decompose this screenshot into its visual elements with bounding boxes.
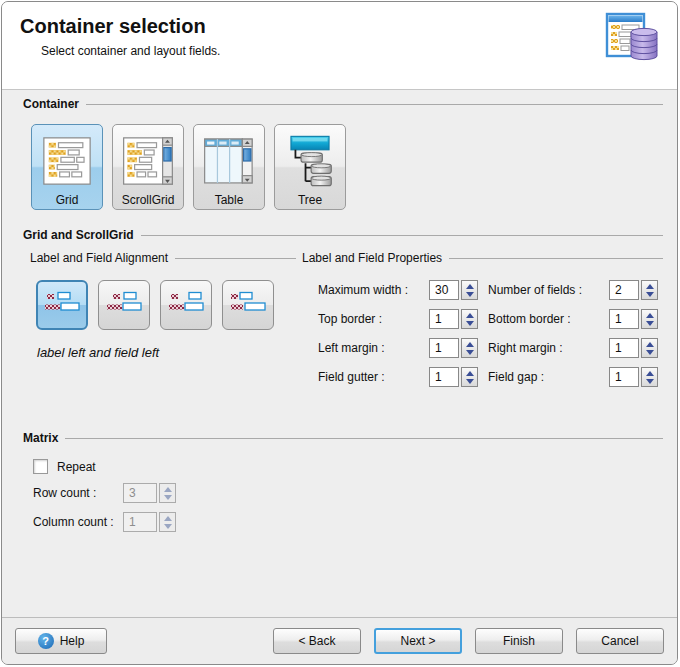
container-option-tree[interactable]: Tree <box>274 124 346 210</box>
alignment-option-2[interactable] <box>98 280 150 330</box>
back-button-label: < Back <box>298 634 335 648</box>
container-option-label: Tree <box>298 193 322 207</box>
spin-up-icon[interactable] <box>466 371 474 376</box>
alignment-section: Label and Field Alignment <box>16 251 296 387</box>
field-gutter-spinner: 1 <box>429 367 481 387</box>
spin-down-icon[interactable] <box>646 292 654 297</box>
container-option-table[interactable]: Table <box>193 124 265 210</box>
properties-grid: Maximum width : 30 Number of fields : 2 … <box>318 280 663 387</box>
properties-section-label: Label and Field Properties <box>302 251 442 265</box>
field-label: Field gap : <box>488 370 602 384</box>
spinner-value[interactable]: 30 <box>429 280 459 300</box>
field-label: Number of fields : <box>488 283 602 297</box>
next-button-label: Next > <box>400 634 435 648</box>
table-container-icon <box>201 133 257 193</box>
container-selection-dialog: Container selection Select container and… <box>1 1 678 665</box>
spin-down-icon[interactable] <box>646 321 654 326</box>
container-group-label: Container <box>23 97 79 111</box>
spin-down-icon[interactable] <box>466 292 474 297</box>
alignment-option-1[interactable] <box>36 280 88 330</box>
alignment-option-4[interactable] <box>222 280 274 330</box>
spin-up-icon[interactable] <box>466 342 474 347</box>
alignment-option-3[interactable] <box>160 280 212 330</box>
back-button[interactable]: < Back <box>273 628 361 654</box>
spin-down-icon <box>164 495 172 500</box>
row-count-label: Row count : <box>33 486 123 500</box>
spin-up-icon[interactable] <box>466 284 474 289</box>
spin-down-icon[interactable] <box>646 379 654 384</box>
container-option-label: Table <box>215 193 244 207</box>
finish-button-label: Finish <box>503 634 535 648</box>
spin-down-icon[interactable] <box>466 379 474 384</box>
spinner-buttons[interactable] <box>461 367 478 387</box>
spinner-buttons[interactable] <box>641 280 658 300</box>
spinner-value[interactable]: 1 <box>429 309 459 329</box>
container-option-scrollgrid[interactable]: ScrollGrid <box>112 124 184 210</box>
spinner-value: 3 <box>123 483 157 503</box>
column-count-label: Column count : <box>33 515 123 529</box>
grid-scrollgrid-group-label: Grid and ScrollGrid <box>23 228 134 242</box>
spinner-value[interactable]: 1 <box>609 309 639 329</box>
spinner-value[interactable]: 2 <box>609 280 639 300</box>
align-option-2-icon <box>104 287 144 323</box>
properties-section-header: Label and Field Properties <box>302 251 663 265</box>
number-of-fields-spinner: 2 <box>609 280 661 300</box>
spinner-value: 1 <box>123 512 157 532</box>
repeat-label: Repeat <box>57 460 96 474</box>
field-gap-spinner: 1 <box>609 367 661 387</box>
alignment-section-header: Label and Field Alignment <box>30 251 296 265</box>
cancel-button[interactable]: Cancel <box>576 628 664 654</box>
spinner-buttons <box>159 512 176 532</box>
help-icon: ? <box>38 633 54 649</box>
spin-up-icon[interactable] <box>646 284 654 289</box>
column-count-spinner: 1 <box>123 512 176 532</box>
wizard-header-icon <box>605 12 661 64</box>
alignment-caption: label left and field left <box>37 345 296 360</box>
maximum-width-spinner: 30 <box>429 280 481 300</box>
tree-container-icon <box>282 133 338 193</box>
spinner-value[interactable]: 1 <box>429 338 459 358</box>
spin-up-icon[interactable] <box>646 371 654 376</box>
matrix-group-label: Matrix <box>23 431 58 445</box>
spin-up-icon[interactable] <box>646 342 654 347</box>
field-label: Top border : <box>318 312 422 326</box>
spin-down-icon[interactable] <box>646 350 654 355</box>
container-option-grid[interactable]: Grid <box>31 124 103 210</box>
grid-container-icon <box>39 133 95 193</box>
right-margin-spinner: 1 <box>609 338 661 358</box>
spinner-buttons <box>159 483 176 503</box>
group-divider <box>449 258 663 259</box>
spin-up-icon <box>164 516 172 521</box>
spin-down-icon[interactable] <box>466 350 474 355</box>
container-option-label: ScrollGrid <box>122 193 175 207</box>
spinner-value[interactable]: 1 <box>609 367 639 387</box>
grid-scrollgrid-group-header: Grid and ScrollGrid <box>23 228 663 242</box>
properties-section: Label and Field Properties Maximum width… <box>296 251 663 387</box>
spinner-buttons[interactable] <box>641 338 658 358</box>
button-bar: ? Help < Back Next > Finish Cancel <box>2 617 677 664</box>
help-button-label: Help <box>60 634 85 648</box>
cancel-button-label: Cancel <box>601 634 638 648</box>
spin-up-icon[interactable] <box>466 313 474 318</box>
spinner-buttons[interactable] <box>461 309 478 329</box>
spin-down-icon[interactable] <box>466 321 474 326</box>
spinner-value[interactable]: 1 <box>609 338 639 358</box>
wizard-header: Container selection Select container and… <box>2 2 677 90</box>
matrix-group-header: Matrix <box>23 431 663 445</box>
spinner-buttons[interactable] <box>461 338 478 358</box>
next-button[interactable]: Next > <box>374 628 462 654</box>
help-button[interactable]: ? Help <box>15 628 107 654</box>
spinner-buttons[interactable] <box>641 309 658 329</box>
finish-button[interactable]: Finish <box>475 628 563 654</box>
spin-up-icon[interactable] <box>646 313 654 318</box>
repeat-checkbox[interactable] <box>33 459 48 474</box>
spin-down-icon <box>164 524 172 529</box>
spinner-value[interactable]: 1 <box>429 367 459 387</box>
row-count-spinner: 3 <box>123 483 176 503</box>
spinner-buttons[interactable] <box>461 280 478 300</box>
container-type-buttons: Grid <box>31 124 663 210</box>
spinner-buttons[interactable] <box>641 367 658 387</box>
field-label: Field gutter : <box>318 370 422 384</box>
group-divider <box>86 104 663 105</box>
alignment-section-label: Label and Field Alignment <box>30 251 168 265</box>
